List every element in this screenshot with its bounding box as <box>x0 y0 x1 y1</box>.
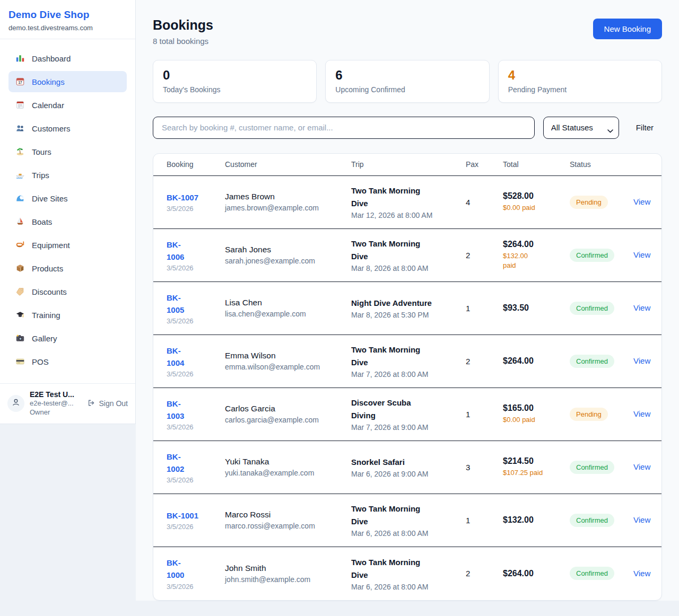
view-link[interactable]: View <box>633 356 650 365</box>
equipment-icon <box>15 240 25 250</box>
booking-id-link[interactable]: BK- 1002 <box>167 451 184 476</box>
booking-id-link[interactable]: BK- 1006 <box>167 239 184 263</box>
trip-datetime: Mar 7, 2026 at 9:00 AM <box>351 423 458 432</box>
trip-datetime: Mar 7, 2026 at 8:00 AM <box>351 370 458 379</box>
booking-date: 3/5/2026 <box>167 317 217 325</box>
sidebar-item-calendar[interactable]: Calendar <box>8 94 127 116</box>
sidebar-item-dashboard[interactable]: Dashboard <box>8 48 127 69</box>
sidebar-item-pos[interactable]: POS <box>8 351 127 372</box>
sidebar-item-products[interactable]: Products <box>8 258 127 279</box>
sidebar-item-label: Equipment <box>32 241 70 250</box>
booking-date: 3/5/2026 <box>167 264 217 272</box>
sidebar: Demo Dive Shop demo.test.divestreams.com… <box>0 0 136 424</box>
pax-count: 4 <box>466 198 503 207</box>
brand-name: Demo Dive Shop <box>8 9 127 21</box>
view-link[interactable]: View <box>633 303 650 312</box>
sidebar-item-label: Boats <box>32 217 52 226</box>
booking-id-link[interactable]: BK- 1005 <box>167 292 184 316</box>
trip-datetime: Mar 8, 2026 at 8:00 AM <box>351 264 458 272</box>
new-booking-button[interactable]: New Booking <box>593 19 662 39</box>
user-email: e2e-tester@... <box>30 399 85 408</box>
pax-count: 1 <box>466 304 503 313</box>
booking-date: 3/5/2026 <box>167 423 217 431</box>
gallery-icon <box>15 333 25 344</box>
pax-count: 2 <box>466 569 503 578</box>
paid-amount: $0.00 paid <box>503 415 562 425</box>
sidebar-item-label: Products <box>32 264 63 273</box>
svg-text:17: 17 <box>18 81 22 84</box>
stat-card-pending-payment: 4 Pending Payment <box>498 60 662 103</box>
sign-out-icon <box>87 399 95 409</box>
filter-row: All Statuses Filter <box>153 117 662 139</box>
trip-name: Night Dive Adventure <box>351 297 458 310</box>
filter-button[interactable]: Filter <box>628 117 662 139</box>
customer-email: yuki.tanaka@example.com <box>225 469 344 477</box>
column-header-trip: Trip <box>351 160 466 169</box>
status-badge: Confirmed <box>570 355 614 368</box>
sidebar-item-boats[interactable]: Boats <box>8 211 127 232</box>
customers-icon <box>15 123 25 134</box>
table-row: BK- 1000 3/5/2026 John Smith john.smith@… <box>153 547 661 600</box>
booking-id-link[interactable]: BK- 1000 <box>167 557 184 582</box>
user-info: E2E Test U... e2e-tester@... Owner <box>30 390 85 417</box>
sidebar-item-customers[interactable]: Customers <box>8 118 127 139</box>
sidebar-item-dive-sites[interactable]: Dive Sites <box>8 188 127 209</box>
sidebar-item-equipment[interactable]: Equipment <box>8 234 127 256</box>
sidebar-item-gallery[interactable]: Gallery <box>8 328 127 349</box>
stat-value: 4 <box>508 68 652 83</box>
booking-id-link[interactable]: BK- 1004 <box>167 345 184 369</box>
view-link[interactable]: View <box>633 462 650 471</box>
trip-name: Snorkel Safari <box>351 456 458 469</box>
status-badge: Confirmed <box>570 514 614 527</box>
dive-sites-icon <box>15 193 25 204</box>
calendar-icon <box>15 100 25 110</box>
trip-name: Discover Scuba Diving <box>351 397 458 422</box>
sidebar-item-trips[interactable]: Trips <box>8 164 127 186</box>
view-link[interactable]: View <box>633 197 650 206</box>
view-link[interactable]: View <box>633 409 650 418</box>
booking-date: 3/5/2026 <box>167 476 217 484</box>
status-filter-select[interactable]: All Statuses <box>543 117 619 139</box>
booking-id-link[interactable]: BK-1007 <box>167 191 198 204</box>
trip-name: Two Tank Morning Dive <box>351 237 458 263</box>
table-row: BK-1007 3/5/2026 James Brown james.brown… <box>153 176 661 229</box>
discounts-icon <box>15 286 25 297</box>
column-header-total: Total <box>503 160 570 169</box>
user-name: E2E Test U... <box>30 390 85 400</box>
booking-id-link[interactable]: BK-1001 <box>167 509 198 522</box>
trip-name: Two Tank Morning Dive <box>351 556 458 582</box>
stat-label: Today's Bookings <box>163 85 307 94</box>
sidebar-item-training[interactable]: Training <box>8 304 127 325</box>
search-input[interactable] <box>153 117 535 139</box>
table-row: BK- 1002 3/5/2026 Yuki Tanaka yuki.tanak… <box>153 441 661 494</box>
table-body: BK-1007 3/5/2026 James Brown james.brown… <box>153 176 661 600</box>
sign-out-button[interactable]: Sign Out <box>85 399 128 409</box>
main-content: Bookings 8 total bookings New Booking 0 … <box>136 0 679 601</box>
customer-email: lisa.chen@example.com <box>225 310 344 318</box>
stat-label: Upcoming Confirmed <box>335 85 479 94</box>
sidebar-item-discounts[interactable]: Discounts <box>8 281 127 302</box>
booking-date: 3/5/2026 <box>167 583 217 591</box>
column-header-status: Status <box>570 160 633 169</box>
dashboard-icon <box>15 53 25 64</box>
total-amount: $264.00 <box>503 356 562 366</box>
sidebar-item-bookings[interactable]: 17 Bookings <box>8 71 127 92</box>
page-title: Bookings <box>153 17 213 33</box>
sidebar-item-tours[interactable]: Tours <box>8 141 127 162</box>
table-row: BK- 1005 3/5/2026 Lisa Chen lisa.chen@ex… <box>153 282 661 335</box>
view-link[interactable]: View <box>633 250 650 259</box>
view-link[interactable]: View <box>633 569 650 578</box>
training-icon <box>15 310 25 320</box>
total-amount: $214.50 <box>503 456 562 466</box>
table-row: BK-1001 3/5/2026 Marco Rossi marco.rossi… <box>153 494 661 547</box>
booking-id-link[interactable]: BK- 1003 <box>167 398 184 423</box>
stat-value: 0 <box>163 68 307 83</box>
booking-date: 3/5/2026 <box>167 523 217 531</box>
status-badge: Confirmed <box>570 249 614 262</box>
total-amount: $264.00 <box>503 240 562 249</box>
paid-amount: $132.00 paid <box>503 251 562 270</box>
view-link[interactable]: View <box>633 515 650 524</box>
trips-icon <box>15 170 25 180</box>
brand: Demo Dive Shop demo.test.divestreams.com <box>0 0 135 39</box>
customer-name: John Smith <box>225 564 344 573</box>
